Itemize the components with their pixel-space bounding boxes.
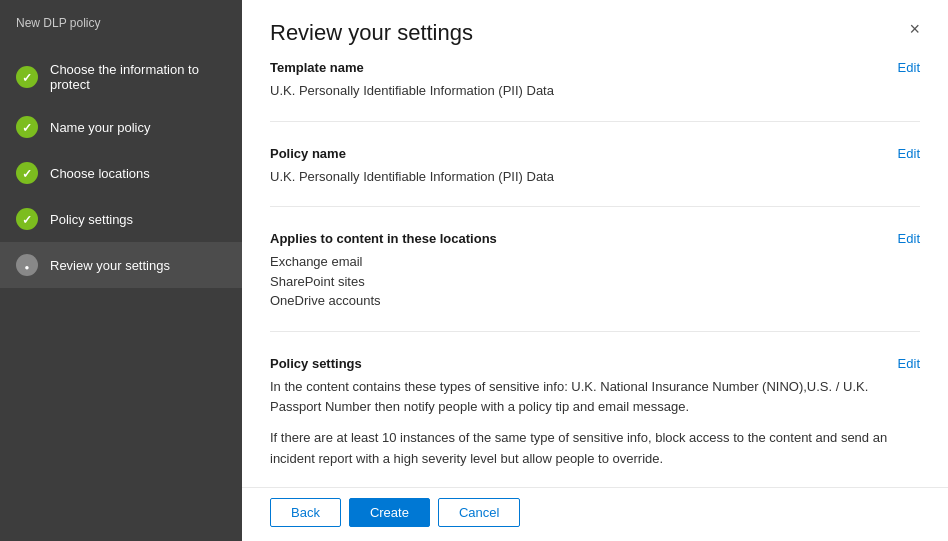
sidebar-item-policy-settings[interactable]: Policy settings	[0, 196, 242, 242]
checkmark-icon-2	[22, 119, 32, 135]
policy-settings-desc1: In the content contains these types of s…	[270, 377, 920, 419]
main-panel: Review your settings × Template name Edi…	[242, 0, 948, 541]
sidebar-item-label-choose-info: Choose the information to protect	[50, 62, 226, 92]
step-icon-name-policy	[16, 116, 38, 138]
template-name-title: Template name	[270, 60, 364, 75]
create-button[interactable]: Create	[349, 498, 430, 527]
step-icon-policy-settings	[16, 208, 38, 230]
applies-to-edit[interactable]: Edit	[898, 231, 920, 246]
location-exchange: Exchange email	[270, 252, 920, 272]
policy-settings-header: Policy settings Edit	[270, 356, 920, 371]
policy-name-edit[interactable]: Edit	[898, 146, 920, 161]
location-sharepoint: SharePoint sites	[270, 272, 920, 292]
sidebar-item-label-choose-locations: Choose locations	[50, 166, 150, 181]
policy-name-value: U.K. Personally Identifiable Information…	[270, 167, 920, 187]
applies-to-locations: Exchange email SharePoint sites OneDrive…	[270, 252, 920, 311]
close-button[interactable]: ×	[909, 20, 920, 38]
circle-icon	[25, 257, 30, 273]
template-name-header: Template name Edit	[270, 60, 920, 75]
sidebar-item-label-review-settings: Review your settings	[50, 258, 170, 273]
template-name-value: U.K. Personally Identifiable Information…	[270, 81, 920, 101]
sidebar: New DLP policy Choose the information to…	[0, 0, 242, 541]
location-onedrive: OneDrive accounts	[270, 291, 920, 311]
footer: Back Create Cancel	[242, 487, 948, 541]
main-header: Review your settings ×	[242, 0, 948, 56]
sidebar-title: New DLP policy	[0, 0, 242, 50]
main-content: Template name Edit U.K. Personally Ident…	[242, 56, 948, 487]
sidebar-item-choose-info[interactable]: Choose the information to protect	[0, 50, 242, 104]
checkmark-icon-3	[22, 165, 32, 181]
step-icon-choose-locations	[16, 162, 38, 184]
checkmark-icon	[22, 69, 32, 85]
policy-name-section: Policy name Edit U.K. Personally Identif…	[270, 146, 920, 208]
policy-settings-title: Policy settings	[270, 356, 362, 371]
applies-to-header: Applies to content in these locations Ed…	[270, 231, 920, 246]
sidebar-item-review-settings[interactable]: Review your settings	[0, 242, 242, 288]
policy-settings-edit[interactable]: Edit	[898, 356, 920, 371]
policy-settings-desc2: If there are at least 10 instances of th…	[270, 428, 920, 470]
step-icon-review-settings	[16, 254, 38, 276]
cancel-button[interactable]: Cancel	[438, 498, 520, 527]
policy-name-header: Policy name Edit	[270, 146, 920, 161]
template-name-edit[interactable]: Edit	[898, 60, 920, 75]
sidebar-item-choose-locations[interactable]: Choose locations	[0, 150, 242, 196]
applies-to-title: Applies to content in these locations	[270, 231, 497, 246]
template-name-section: Template name Edit U.K. Personally Ident…	[270, 60, 920, 122]
checkmark-icon-4	[22, 211, 32, 227]
policy-settings-section: Policy settings Edit In the content cont…	[270, 356, 920, 488]
sidebar-item-label-name-policy: Name your policy	[50, 120, 150, 135]
sidebar-item-label-policy-settings: Policy settings	[50, 212, 133, 227]
page-title: Review your settings	[270, 20, 473, 46]
sidebar-item-name-policy[interactable]: Name your policy	[0, 104, 242, 150]
policy-name-title: Policy name	[270, 146, 346, 161]
back-button[interactable]: Back	[270, 498, 341, 527]
applies-to-section: Applies to content in these locations Ed…	[270, 231, 920, 332]
step-icon-choose-info	[16, 66, 38, 88]
